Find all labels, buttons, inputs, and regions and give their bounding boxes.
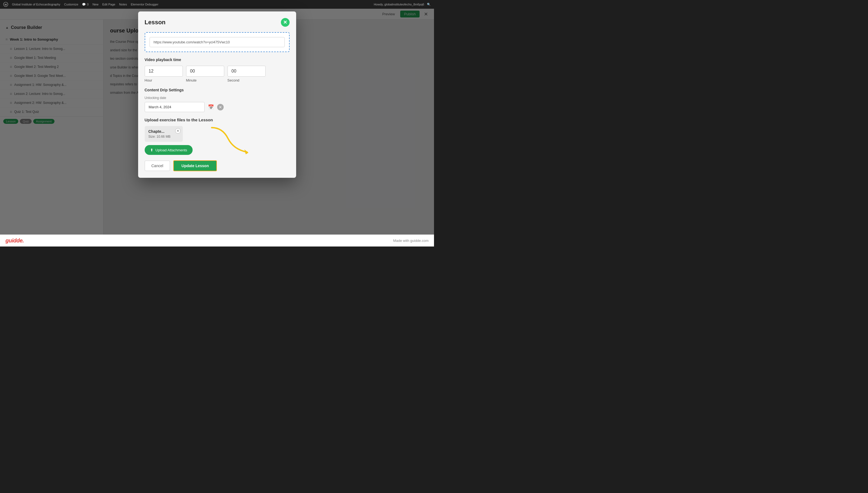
video-playback-section: Video playback time Hour Minute Second xyxy=(145,58,290,82)
wordpress-logo-icon: W xyxy=(3,2,8,7)
customize-link[interactable]: Customize xyxy=(64,3,78,6)
modal-header: Lesson ✕ xyxy=(145,18,290,27)
comments-link[interactable]: 💬 0 xyxy=(82,3,89,6)
minute-field: Minute xyxy=(186,66,224,82)
site-name[interactable]: Global Institute of Echocardiography xyxy=(12,3,60,6)
unlocking-date-label: Unlocking date xyxy=(145,96,290,100)
content-drip-section: Content Drip Settings Unlocking date 📅 ✕ xyxy=(145,88,290,112)
modal-footer: Cancel Update Lesson xyxy=(145,160,290,171)
admin-bar-right: Howdy, globalinstituteofecho_8m6pq6 🔍 xyxy=(374,3,431,6)
comments-icon: 💬 xyxy=(82,3,86,6)
minute-label: Minute xyxy=(186,78,197,82)
notes-link[interactable]: Notes xyxy=(119,3,127,6)
upload-attachments-button[interactable]: ⬆ Upload Attachments xyxy=(145,145,192,155)
svg-text:W: W xyxy=(5,3,7,6)
hour-field: Hour xyxy=(145,66,183,82)
file-remove-button[interactable]: ✕ xyxy=(175,128,181,134)
bottom-bar: guidde. Made with guidde.com xyxy=(0,235,434,246)
date-input-row: 📅 ✕ xyxy=(145,102,290,112)
file-size: Size: 10.66 MB xyxy=(149,135,179,138)
edit-page-link[interactable]: Edit Page xyxy=(102,3,115,6)
file-name: Chapte... xyxy=(149,129,179,134)
modal-overlay: Lesson ✕ Video playback time Hour Minute xyxy=(0,9,434,235)
lesson-modal: Lesson ✕ Video playback time Hour Minute xyxy=(138,12,296,178)
wordpress-icon-item[interactable]: W xyxy=(3,2,8,7)
file-card: Chapte... Size: 10.66 MB ✕ xyxy=(145,126,183,142)
clear-date-button[interactable]: ✕ xyxy=(217,104,224,110)
hour-label: Hour xyxy=(145,78,152,82)
calendar-button[interactable]: 📅 xyxy=(207,103,215,111)
upload-icon: ⬆ xyxy=(150,148,153,152)
url-input-area xyxy=(145,32,290,52)
cancel-button[interactable]: Cancel xyxy=(145,160,170,171)
guidde-logo: guidde. xyxy=(5,237,24,244)
hour-input[interactable] xyxy=(145,66,183,77)
minute-input[interactable] xyxy=(186,66,224,77)
content-drip-label: Content Drip Settings xyxy=(145,88,290,92)
second-label: Second xyxy=(228,78,239,82)
made-with-text: Made with guidde.com xyxy=(393,239,429,243)
date-input[interactable] xyxy=(145,102,205,112)
modal-close-button[interactable]: ✕ xyxy=(281,18,290,27)
url-input[interactable] xyxy=(150,37,285,47)
time-inputs: Hour Minute Second xyxy=(145,66,290,82)
new-link[interactable]: New xyxy=(92,3,98,6)
howdy-text: Howdy, globalinstituteofecho_8m6pq6 xyxy=(374,3,424,6)
search-icon[interactable]: 🔍 xyxy=(427,3,431,6)
video-playback-label: Video playback time xyxy=(145,58,290,62)
upload-section: Upload exercise files to the Lesson Chap… xyxy=(145,117,290,155)
upload-section-label: Upload exercise files to the Lesson xyxy=(145,117,290,122)
update-lesson-button[interactable]: Update Lesson xyxy=(173,160,217,171)
modal-title: Lesson xyxy=(145,19,166,26)
elementor-debugger-link[interactable]: Elementor Debugger xyxy=(131,3,159,6)
admin-bar-left: W Global Institute of Echocardiography C… xyxy=(3,2,369,7)
second-field: Second xyxy=(228,66,266,82)
second-input[interactable] xyxy=(228,66,266,77)
admin-bar: W Global Institute of Echocardiography C… xyxy=(0,0,434,9)
